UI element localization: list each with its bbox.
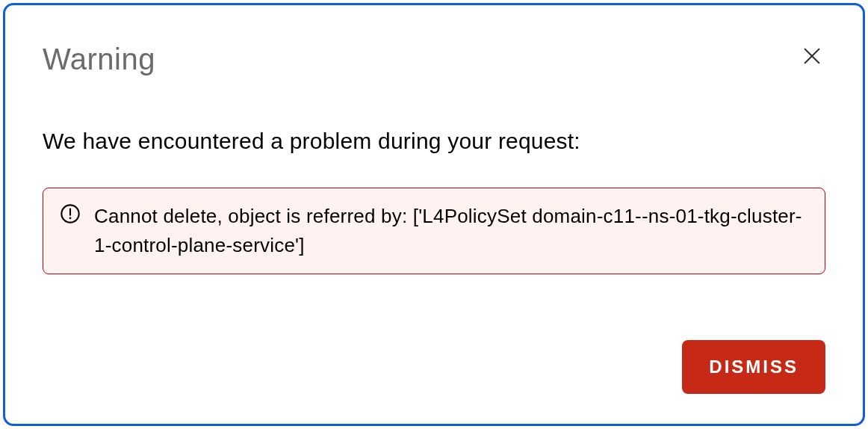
close-icon bbox=[802, 46, 822, 67]
dialog-footer: DISMISS bbox=[43, 340, 825, 394]
error-box: Cannot delete, object is referred by: ['… bbox=[43, 188, 825, 274]
warning-icon bbox=[60, 203, 81, 224]
svg-point-4 bbox=[69, 217, 72, 219]
close-button[interactable] bbox=[799, 43, 825, 70]
dialog-header: Warning bbox=[43, 43, 825, 76]
warning-dialog: Warning We have encountered a problem du… bbox=[3, 3, 865, 426]
dialog-title: Warning bbox=[43, 43, 155, 76]
dismiss-button[interactable]: DISMISS bbox=[682, 340, 825, 394]
dialog-message: We have encountered a problem during you… bbox=[43, 129, 825, 154]
error-text: Cannot delete, object is referred by: ['… bbox=[94, 202, 808, 260]
